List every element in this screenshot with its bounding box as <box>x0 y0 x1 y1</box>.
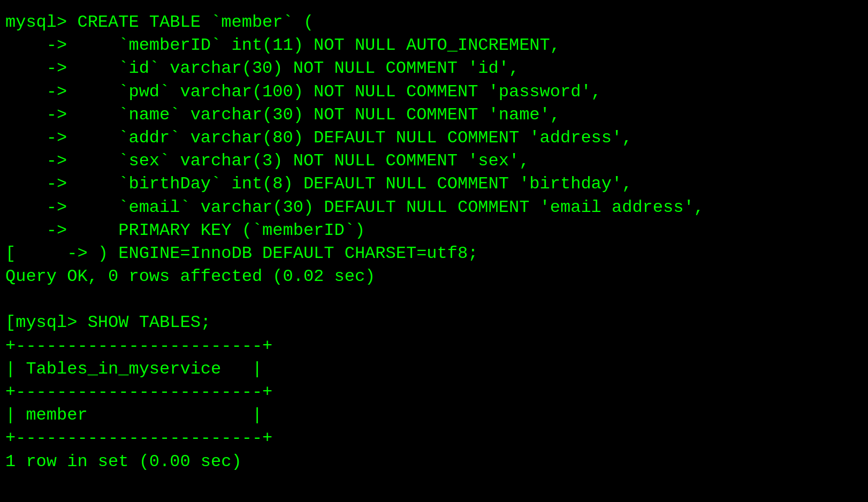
terminal-window[interactable]: mysql> CREATE TABLE `member` ( -> `membe… <box>0 0 868 502</box>
